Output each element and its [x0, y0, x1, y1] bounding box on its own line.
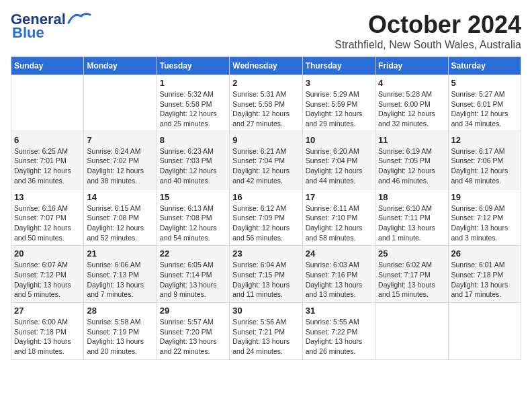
day-header-friday: Friday [375, 57, 448, 75]
cell-date-number: 19 [451, 192, 518, 202]
cell-info-text: Sunrise: 6:23 AMSunset: 7:03 PMDaylight:… [160, 146, 226, 186]
calendar-cell [448, 303, 521, 360]
cell-date-number: 3 [306, 78, 372, 88]
cell-date-number: 13 [14, 192, 81, 202]
calendar-cell: 19Sunrise: 6:09 AMSunset: 7:12 PMDayligh… [448, 189, 521, 246]
cell-info-text: Sunrise: 6:07 AMSunset: 7:12 PMDaylight:… [14, 260, 81, 300]
cell-info-text: Sunrise: 6:19 AMSunset: 7:05 PMDaylight:… [378, 146, 445, 186]
cell-info-text: Sunrise: 5:28 AMSunset: 6:00 PMDaylight:… [378, 89, 445, 129]
calendar-cell: 12Sunrise: 6:17 AMSunset: 7:06 PMDayligh… [448, 132, 521, 189]
calendar-cell: 22Sunrise: 6:05 AMSunset: 7:14 PMDayligh… [157, 246, 229, 303]
cell-info-text: Sunrise: 6:09 AMSunset: 7:12 PMDaylight:… [451, 203, 518, 243]
cell-info-text: Sunrise: 5:55 AMSunset: 7:22 PMDaylight:… [306, 317, 372, 357]
calendar-cell: 3Sunrise: 5:29 AMSunset: 5:59 PMDaylight… [302, 75, 375, 132]
calendar-cell: 14Sunrise: 6:15 AMSunset: 7:08 PMDayligh… [84, 189, 157, 246]
cell-date-number: 30 [232, 306, 299, 316]
cell-info-text: Sunrise: 6:24 AMSunset: 7:02 PMDaylight:… [87, 146, 153, 186]
cell-date-number: 4 [378, 78, 445, 88]
cell-date-number: 6 [14, 135, 81, 145]
cell-date-number: 1 [160, 78, 226, 88]
calendar-week-row: 13Sunrise: 6:16 AMSunset: 7:07 PMDayligh… [11, 189, 521, 246]
calendar-cell: 26Sunrise: 6:01 AMSunset: 7:18 PMDayligh… [448, 246, 521, 303]
cell-info-text: Sunrise: 6:06 AMSunset: 7:13 PMDaylight:… [87, 260, 153, 300]
cell-date-number: 16 [232, 192, 299, 202]
day-header-monday: Monday [84, 57, 157, 75]
cell-info-text: Sunrise: 6:16 AMSunset: 7:07 PMDaylight:… [14, 203, 81, 243]
calendar-cell [84, 75, 157, 132]
cell-date-number: 10 [306, 135, 372, 145]
cell-info-text: Sunrise: 6:04 AMSunset: 7:15 PMDaylight:… [232, 260, 299, 300]
cell-date-number: 5 [451, 78, 518, 88]
cell-info-text: Sunrise: 6:13 AMSunset: 7:08 PMDaylight:… [160, 203, 226, 243]
cell-info-text: Sunrise: 6:05 AMSunset: 7:14 PMDaylight:… [160, 260, 226, 300]
cell-info-text: Sunrise: 5:57 AMSunset: 7:20 PMDaylight:… [160, 317, 226, 357]
day-header-wednesday: Wednesday [230, 57, 302, 75]
day-header-sunday: Sunday [11, 57, 84, 75]
calendar-cell: 16Sunrise: 6:12 AMSunset: 7:09 PMDayligh… [230, 189, 302, 246]
calendar-cell: 27Sunrise: 6:00 AMSunset: 7:18 PMDayligh… [11, 303, 84, 360]
cell-info-text: Sunrise: 6:21 AMSunset: 7:04 PMDaylight:… [232, 146, 299, 186]
calendar-cell: 6Sunrise: 6:25 AMSunset: 7:01 PMDaylight… [11, 132, 84, 189]
cell-info-text: Sunrise: 6:12 AMSunset: 7:09 PMDaylight:… [232, 203, 299, 243]
cell-info-text: Sunrise: 5:31 AMSunset: 5:58 PMDaylight:… [232, 89, 299, 129]
calendar-week-row: 6Sunrise: 6:25 AMSunset: 7:01 PMDaylight… [11, 132, 521, 189]
day-header-tuesday: Tuesday [157, 57, 229, 75]
title-block: October 2024 Strathfield, New South Wale… [335, 11, 521, 51]
cell-date-number: 11 [378, 135, 445, 145]
cell-date-number: 28 [87, 306, 153, 316]
calendar-table: SundayMondayTuesdayWednesdayThursdayFrid… [11, 56, 521, 360]
cell-info-text: Sunrise: 6:03 AMSunset: 7:16 PMDaylight:… [306, 260, 372, 300]
calendar-cell: 17Sunrise: 6:11 AMSunset: 7:10 PMDayligh… [302, 189, 375, 246]
calendar-header-row: SundayMondayTuesdayWednesdayThursdayFrid… [11, 57, 521, 75]
page-header: General Blue October 2024 Strathfield, N… [11, 11, 521, 51]
calendar-cell: 23Sunrise: 6:04 AMSunset: 7:15 PMDayligh… [230, 246, 302, 303]
page-subtitle: Strathfield, New South Wales, Australia [335, 39, 521, 51]
logo-bird-icon [67, 11, 91, 26]
cell-date-number: 17 [306, 192, 372, 202]
cell-date-number: 23 [232, 248, 299, 259]
calendar-week-row: 20Sunrise: 6:07 AMSunset: 7:12 PMDayligh… [11, 246, 521, 303]
calendar-cell: 13Sunrise: 6:16 AMSunset: 7:07 PMDayligh… [11, 189, 84, 246]
cell-date-number: 29 [160, 306, 226, 316]
cell-info-text: Sunrise: 6:25 AMSunset: 7:01 PMDaylight:… [14, 146, 81, 186]
cell-info-text: Sunrise: 6:17 AMSunset: 7:06 PMDaylight:… [451, 146, 518, 186]
calendar-cell: 29Sunrise: 5:57 AMSunset: 7:20 PMDayligh… [157, 303, 229, 360]
calendar-cell: 20Sunrise: 6:07 AMSunset: 7:12 PMDayligh… [11, 246, 84, 303]
calendar-cell: 11Sunrise: 6:19 AMSunset: 7:05 PMDayligh… [375, 132, 448, 189]
cell-date-number: 8 [160, 135, 226, 145]
cell-info-text: Sunrise: 5:58 AMSunset: 7:19 PMDaylight:… [87, 317, 153, 357]
cell-info-text: Sunrise: 6:10 AMSunset: 7:11 PMDaylight:… [378, 203, 445, 243]
cell-info-text: Sunrise: 6:01 AMSunset: 7:18 PMDaylight:… [451, 260, 518, 300]
cell-date-number: 12 [451, 135, 518, 145]
cell-date-number: 24 [306, 248, 372, 259]
calendar-cell: 8Sunrise: 6:23 AMSunset: 7:03 PMDaylight… [157, 132, 229, 189]
day-header-saturday: Saturday [448, 57, 521, 75]
calendar-cell: 21Sunrise: 6:06 AMSunset: 7:13 PMDayligh… [84, 246, 157, 303]
calendar-cell: 1Sunrise: 5:32 AMSunset: 5:58 PMDaylight… [157, 75, 229, 132]
logo-blue: Blue [12, 24, 44, 42]
calendar-cell: 15Sunrise: 6:13 AMSunset: 7:08 PMDayligh… [157, 189, 229, 246]
logo: General Blue [11, 11, 91, 42]
cell-date-number: 20 [14, 248, 81, 259]
cell-info-text: Sunrise: 5:27 AMSunset: 6:01 PMDaylight:… [451, 89, 518, 129]
cell-date-number: 2 [232, 78, 299, 88]
calendar-cell: 2Sunrise: 5:31 AMSunset: 5:58 PMDaylight… [230, 75, 302, 132]
cell-date-number: 7 [87, 135, 153, 145]
calendar-cell: 28Sunrise: 5:58 AMSunset: 7:19 PMDayligh… [84, 303, 157, 360]
cell-date-number: 18 [378, 192, 445, 202]
cell-info-text: Sunrise: 5:29 AMSunset: 5:59 PMDaylight:… [306, 89, 372, 129]
calendar-cell: 7Sunrise: 6:24 AMSunset: 7:02 PMDaylight… [84, 132, 157, 189]
cell-date-number: 9 [232, 135, 299, 145]
cell-date-number: 22 [160, 248, 226, 259]
cell-date-number: 27 [14, 306, 81, 316]
calendar-cell: 5Sunrise: 5:27 AMSunset: 6:01 PMDaylight… [448, 75, 521, 132]
day-header-thursday: Thursday [302, 57, 375, 75]
calendar-cell: 25Sunrise: 6:02 AMSunset: 7:17 PMDayligh… [375, 246, 448, 303]
calendar-week-row: 27Sunrise: 6:00 AMSunset: 7:18 PMDayligh… [11, 303, 521, 360]
cell-date-number: 31 [306, 306, 372, 316]
cell-info-text: Sunrise: 6:20 AMSunset: 7:04 PMDaylight:… [306, 146, 372, 186]
calendar-cell [375, 303, 448, 360]
calendar-cell: 4Sunrise: 5:28 AMSunset: 6:00 PMDaylight… [375, 75, 448, 132]
cell-info-text: Sunrise: 6:15 AMSunset: 7:08 PMDaylight:… [87, 203, 153, 243]
calendar-cell: 9Sunrise: 6:21 AMSunset: 7:04 PMDaylight… [230, 132, 302, 189]
